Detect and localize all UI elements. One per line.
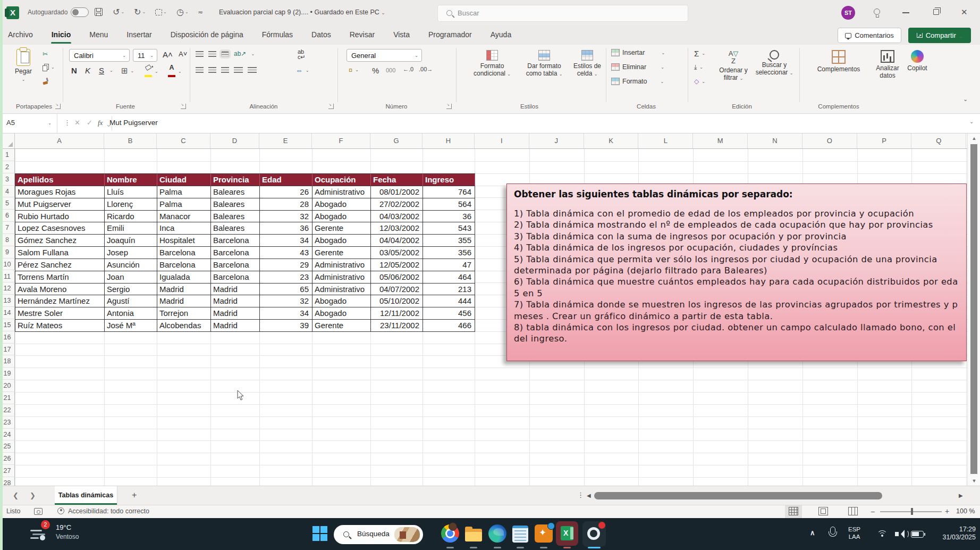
portapapeles-dialog-launcher[interactable] — [55, 104, 61, 109]
comments-button[interactable]: Comentarios — [838, 28, 901, 43]
tab-menu[interactable]: Menu — [88, 26, 109, 45]
save-icon[interactable] — [95, 7, 103, 18]
shrink-font-button[interactable]: A˅ — [179, 50, 187, 58]
data-table[interactable]: ApellidosNombreCiudadProvinciaEdadOcupac… — [15, 173, 475, 332]
table-cell[interactable]: Asunción — [105, 259, 157, 271]
table-cell[interactable]: 456 — [423, 307, 475, 320]
table-cell[interactable]: 564 — [423, 198, 475, 211]
column-header-J[interactable]: J — [529, 134, 584, 148]
table-cell[interactable]: 32 — [260, 295, 312, 307]
notepad-icon[interactable] — [512, 526, 528, 543]
tab-ayuda[interactable]: Ayuda — [489, 26, 513, 45]
table-header-cell[interactable]: Provincia — [211, 174, 260, 186]
table-cell[interactable]: 03/05/2002 — [371, 247, 423, 259]
avatar[interactable]: ST — [841, 6, 855, 20]
power-tool-icon[interactable] — [535, 524, 553, 543]
table-cell[interactable]: Lluís — [105, 186, 157, 198]
normal-view-button[interactable] — [789, 507, 798, 515]
table-cell[interactable]: Barcelona — [211, 247, 260, 259]
copilot-button[interactable]: Copilot — [903, 50, 931, 72]
page-layout-view-button[interactable] — [818, 507, 828, 515]
table-cell[interactable]: Avala Moreno — [15, 284, 105, 296]
autosave-toggle[interactable] — [71, 7, 89, 17]
column-header-B[interactable]: B — [104, 134, 157, 148]
language-indicator[interactable]: ESPLAA — [848, 526, 860, 540]
table-cell[interactable]: Barcelona — [211, 235, 260, 247]
underline-dropdown[interactable]: ⌄ — [109, 68, 113, 73]
table-cell[interactable]: Moragues Rojas — [15, 186, 105, 198]
table-cell[interactable]: 543 — [423, 222, 475, 235]
table-cell[interactable]: Ricardo — [105, 211, 157, 223]
table-cell[interactable]: 65 — [260, 284, 312, 296]
table-header-cell[interactable]: Ingreso — [423, 174, 475, 186]
column-header-K[interactable]: K — [584, 134, 639, 148]
table-cell[interactable]: 23/11/2002 — [371, 320, 423, 332]
grow-font-button[interactable]: A˄ — [163, 50, 173, 59]
table-cell[interactable]: 12/03/2002 — [371, 222, 423, 235]
table-cell[interactable]: Madrid — [211, 307, 260, 320]
column-header-F[interactable]: F — [312, 134, 370, 148]
font-size-select[interactable]: 11⌄ — [133, 49, 157, 62]
instructions-textbox[interactable]: Obtener las siguientes tablas dinámicas … — [506, 184, 967, 361]
formulabar-expand-icon[interactable]: ⌄ — [969, 119, 974, 124]
table-cell[interactable]: Hernández Martínez — [15, 295, 105, 307]
table-cell[interactable]: Torrejon — [157, 307, 211, 320]
tab-archivo[interactable]: Archivo — [6, 26, 35, 45]
qat-history-icon[interactable]: ◷⌄ — [176, 7, 189, 18]
clear-button[interactable]: ◇⌄ — [694, 78, 705, 85]
table-header-cell[interactable]: Ciudad — [157, 174, 211, 186]
excel-app-icon[interactable]: X — [6, 6, 19, 19]
table-cell[interactable]: 23 — [260, 271, 312, 284]
horizontal-align-buttons[interactable] — [196, 67, 257, 73]
decrease-indent-button[interactable] — [234, 67, 243, 73]
table-header-cell[interactable]: Apellidos — [15, 174, 105, 186]
table-cell[interactable]: Antonia — [105, 307, 157, 320]
numero-dialog-launcher[interactable] — [446, 104, 452, 109]
spreadsheet-grid[interactable]: ABCDEFGHIJKLMNOPQ 1234567891011121314151… — [0, 134, 980, 486]
table-cell[interactable]: 34 — [260, 307, 312, 320]
wrap-text-button[interactable]: abc↵ — [298, 49, 306, 60]
table-cell[interactable]: Madrid — [211, 320, 260, 332]
tab-datos[interactable]: Datos — [310, 26, 333, 45]
table-cell[interactable]: Inca — [157, 222, 211, 235]
sheet-next-icon[interactable]: ❯ — [30, 491, 36, 499]
add-sheet-icon[interactable]: + — [132, 490, 137, 500]
table-cell[interactable]: Alcobendas — [157, 320, 211, 332]
redo-icon[interactable]: ↻⌄ — [134, 7, 146, 18]
increase-indent-button[interactable] — [248, 67, 257, 73]
qat-customize-icon[interactable]: ≂ — [198, 7, 203, 18]
cut-button[interactable]: ✂ — [43, 50, 48, 58]
tab-vista[interactable]: Vista — [392, 26, 411, 45]
column-headers[interactable]: ABCDEFGHIJKLMNOPQ — [0, 134, 967, 149]
search-bar[interactable]: Buscar — [437, 5, 688, 22]
restore-button[interactable] — [933, 9, 939, 15]
table-cell[interactable]: Baleares — [211, 222, 260, 235]
table-cell[interactable]: Baleares — [211, 186, 260, 198]
column-header-L[interactable]: L — [638, 134, 693, 148]
table-cell[interactable]: 36 — [260, 222, 312, 235]
table-cell[interactable]: Llorenç — [105, 198, 157, 211]
table-cell[interactable]: 34 — [260, 235, 312, 247]
table-cell[interactable]: 466 — [423, 320, 475, 332]
start-button[interactable] — [312, 526, 328, 542]
table-cell[interactable]: Administrativo — [312, 186, 371, 198]
table-cell[interactable]: 08/01/2002 — [371, 186, 423, 198]
zoom-slider-handle[interactable] — [911, 508, 913, 515]
column-header-A[interactable]: A — [15, 134, 104, 148]
table-cell[interactable]: Madrid — [157, 295, 211, 307]
fill-color-button[interactable]: ⌄ — [145, 64, 158, 79]
table-cell[interactable]: 356 — [423, 247, 475, 259]
table-cell[interactable]: Administrativo — [312, 271, 371, 284]
table-cell[interactable]: Barcelona — [211, 271, 260, 284]
excel-taskbar-icon[interactable] — [556, 521, 578, 546]
column-header-E[interactable]: E — [259, 134, 312, 148]
table-cell[interactable]: Abogado — [312, 198, 371, 211]
table-cell[interactable]: Gerente — [312, 320, 371, 332]
formula-input[interactable]: Mut Puigserver — [109, 119, 158, 127]
table-header-cell[interactable]: Nombre — [105, 174, 157, 186]
clock[interactable]: 17:2931/03/2025 — [927, 526, 976, 541]
font-name-select[interactable]: Calibri⌄ — [69, 49, 130, 62]
fill-button[interactable]: ⤓⌄ — [694, 63, 703, 71]
format-painter-button[interactable] — [43, 78, 49, 85]
table-cell[interactable]: Mut Puigserver — [15, 198, 105, 211]
